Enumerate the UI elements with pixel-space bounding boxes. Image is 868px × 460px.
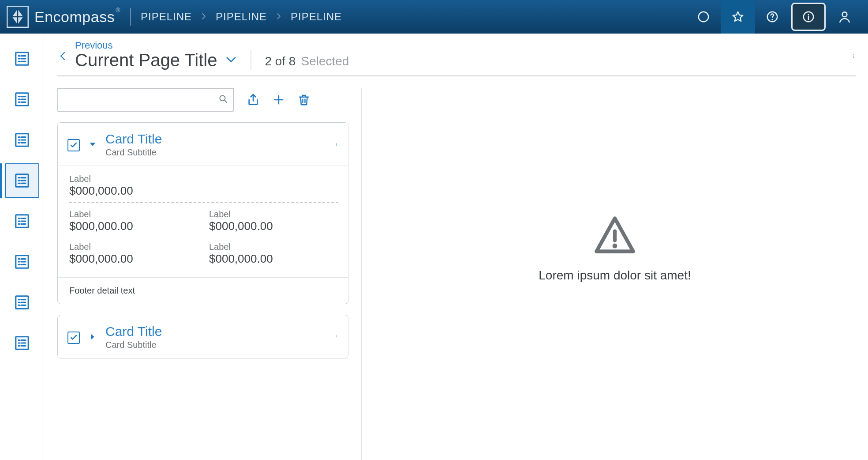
- field-value: $000,000.00: [209, 219, 338, 233]
- breadcrumb-item[interactable]: PIPELINE: [291, 11, 342, 23]
- empty-state: Lorem ipsum dolor sit amet!: [539, 213, 691, 283]
- rail-item[interactable]: [5, 204, 39, 238]
- field-label: Label: [209, 209, 338, 219]
- card: Card Title Card Subtitle Label $000,000.…: [57, 122, 348, 304]
- field-value: $000,000.00: [69, 184, 338, 198]
- card-header: Card Title Card Subtitle: [58, 315, 348, 358]
- page-title: Current Page Title: [75, 50, 217, 70]
- card-checkbox[interactable]: [67, 332, 80, 344]
- field-label: Label: [69, 242, 198, 252]
- card-checkbox[interactable]: [67, 139, 80, 151]
- breadcrumbs: PIPELINE PIPELINE PIPELINE: [141, 11, 342, 23]
- brand: Encompass®: [6, 5, 120, 28]
- selection-count: 2 of 8: [265, 54, 296, 68]
- search-field[interactable]: [57, 88, 234, 112]
- breadcrumb-item[interactable]: PIPELINE: [216, 11, 267, 23]
- topbar-divider: [130, 8, 131, 26]
- brand-reg: ®: [116, 7, 120, 14]
- share-button[interactable]: [246, 93, 260, 107]
- user-menu-button[interactable]: [827, 0, 862, 34]
- back-button[interactable]: [57, 48, 68, 66]
- empty-state-text: Lorem ipsum dolor sit amet!: [539, 268, 691, 283]
- card-more-button[interactable]: [335, 332, 338, 344]
- field-value: $000,000.00: [69, 219, 198, 233]
- page-more-button[interactable]: [851, 50, 856, 64]
- left-nav-rail: [0, 34, 44, 460]
- delete-button[interactable]: [297, 93, 311, 106]
- rail-item[interactable]: [5, 326, 39, 360]
- brand-name: Encompass®: [34, 8, 120, 26]
- rail-item[interactable]: [5, 245, 39, 279]
- card-expand-button[interactable]: [88, 332, 97, 343]
- header-divider: [251, 50, 251, 70]
- card-subtitle: Card Subtitle: [105, 147, 327, 158]
- body-split: Card Title Card Subtitle Label $000,000.…: [57, 76, 856, 460]
- rail-item-selected[interactable]: [5, 163, 39, 198]
- detail-column: Lorem ipsum dolor sit amet!: [374, 88, 856, 460]
- main-column: Previous Current Page Title 2 of 8 Selec…: [44, 34, 868, 460]
- search-input[interactable]: [63, 94, 218, 106]
- field-value: $000,000.00: [69, 252, 198, 266]
- column-divider: [361, 88, 362, 460]
- brand-mark-icon: [6, 5, 29, 28]
- previous-link[interactable]: Previous: [75, 40, 237, 51]
- title-dropdown-button[interactable]: [225, 53, 237, 68]
- workarea: Previous Current Page Title 2 of 8 Selec…: [0, 34, 868, 460]
- topbar: Encompass® PIPELINE PIPELINE PIPELINE: [0, 0, 868, 34]
- topbar-actions: [686, 0, 862, 34]
- card-footer: Footer detail text: [58, 277, 348, 304]
- card: Card Title Card Subtitle: [57, 315, 348, 358]
- warning-icon: [591, 213, 639, 259]
- list-toolbar: [57, 88, 348, 112]
- page-header: Previous Current Page Title 2 of 8 Selec…: [57, 34, 856, 76]
- info-button[interactable]: [791, 3, 826, 31]
- brand-name-text: Encompass: [34, 8, 115, 26]
- card-more-button[interactable]: [335, 139, 338, 151]
- list-column: Card Title Card Subtitle Label $000,000.…: [57, 88, 348, 460]
- chevron-right-icon: [275, 11, 283, 23]
- field-label: Label: [69, 174, 338, 184]
- help-button[interactable]: [755, 0, 789, 34]
- rail-item[interactable]: [5, 82, 39, 117]
- card-header: Card Title Card Subtitle: [58, 123, 348, 166]
- breadcrumb-item[interactable]: PIPELINE: [141, 11, 192, 23]
- rail-item[interactable]: [5, 41, 39, 76]
- status-circle-button[interactable]: [686, 0, 721, 34]
- rail-item[interactable]: [5, 123, 39, 157]
- selection-suffix: Selected: [301, 54, 349, 68]
- card-title[interactable]: Card Title: [105, 325, 327, 338]
- field-label: Label: [69, 209, 198, 219]
- card-collapse-button[interactable]: [88, 140, 97, 151]
- chevron-right-icon: [200, 11, 208, 23]
- card-title[interactable]: Card Title: [105, 132, 327, 146]
- card-body: Label $000,000.00 Label $000,000.00 Labe…: [58, 166, 348, 277]
- search-icon: [218, 94, 228, 106]
- card-subtitle: Card Subtitle: [105, 340, 327, 350]
- field-value: $000,000.00: [209, 252, 338, 266]
- card-divider-dashed: [69, 202, 338, 203]
- selection-status: 2 of 8 Selected: [265, 54, 349, 68]
- field-label: Label: [209, 242, 338, 252]
- favorite-button[interactable]: [721, 0, 755, 34]
- rail-item[interactable]: [5, 285, 39, 320]
- add-button[interactable]: [273, 94, 285, 106]
